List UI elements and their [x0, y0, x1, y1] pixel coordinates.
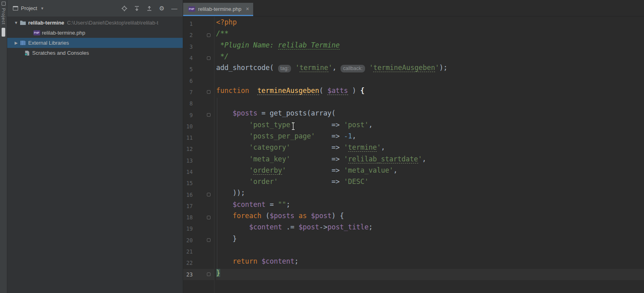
code-token[interactable]: =>	[294, 121, 344, 129]
code-token[interactable]: =	[266, 200, 278, 208]
line-number[interactable]: 12	[183, 146, 193, 152]
line-number-row[interactable]: 20	[183, 235, 214, 246]
tree-row-external-libraries[interactable]: ▶ External Libraries	[7, 38, 183, 48]
code-token[interactable]: '	[418, 155, 422, 163]
code-token[interactable]: }	[216, 235, 237, 243]
settings-icon[interactable]: ⚙	[158, 5, 165, 12]
code-token[interactable]: foreach	[233, 212, 262, 220]
code-token[interactable]: <?php	[216, 18, 237, 26]
code-line[interactable]: 'meta_key' => 'relilab_startdate',	[216, 155, 644, 166]
code-token[interactable]: ,	[381, 143, 385, 151]
code-line[interactable]: $content .= $post->post_title;	[216, 223, 644, 234]
project-panel-title[interactable]: Project	[21, 5, 37, 11]
code-token[interactable]	[216, 143, 249, 151]
code-token[interactable]: ;	[286, 200, 290, 208]
code-token[interactable]: {	[360, 87, 364, 95]
fold-marker-icon[interactable]	[207, 193, 211, 196]
code-token[interactable]: '	[344, 143, 348, 151]
code-token[interactable]: orderby	[253, 166, 282, 175]
code-token[interactable]: as	[299, 212, 307, 220]
code-token[interactable]: $post	[311, 212, 332, 220]
code-line[interactable]: ));	[216, 189, 644, 200]
code-token[interactable]: return	[233, 257, 257, 265]
tab-relilab-termine[interactable]: PHP relilab-termine.php ×	[183, 3, 253, 16]
fold-marker-icon[interactable]	[207, 238, 211, 242]
tree-row-php-file[interactable]: PHP relilab-termine.php	[7, 28, 183, 38]
code-token[interactable]: ->	[319, 223, 327, 231]
code-line[interactable]	[216, 98, 644, 109]
code-token[interactable]	[216, 200, 233, 208]
code-token[interactable]: =>	[278, 177, 344, 186]
line-number-row[interactable]: 3	[183, 41, 214, 52]
tool-window-stripe-button[interactable]	[2, 28, 5, 37]
code-token[interactable]: ;	[369, 223, 373, 231]
code-token[interactable]: 'DESC'	[344, 177, 368, 186]
line-number-row[interactable]: 15	[183, 177, 214, 189]
code-token[interactable]: ));	[216, 189, 245, 197]
code-token[interactable]	[291, 64, 295, 72]
line-number-row[interactable]: 6	[183, 75, 214, 86]
code-token[interactable]: 'post_type'	[249, 121, 295, 129]
code-token[interactable]: ,	[422, 155, 426, 163]
code-line[interactable]: /**	[216, 29, 644, 41]
code-token[interactable]: =>	[290, 143, 344, 151]
chevron-expanded-icon[interactable]: ▼	[13, 21, 19, 25]
code-token[interactable]: relilab_startdate	[348, 155, 418, 163]
code-token[interactable]: function	[216, 87, 249, 95]
code-token[interactable]: $posts	[233, 109, 257, 117]
code-token[interactable]: *Plugin Name:	[216, 41, 278, 49]
code-token[interactable]: '	[435, 64, 439, 72]
code-token[interactable]: 'meta_key'	[249, 155, 290, 163]
code-token[interactable]: termine	[348, 143, 377, 152]
locate-file-icon[interactable]	[121, 5, 128, 12]
fold-marker-icon[interactable]	[207, 272, 211, 276]
line-number[interactable]: 22	[183, 260, 193, 266]
code-token[interactable]: = get_posts(array(	[257, 109, 335, 117]
code-token[interactable]: $content	[262, 257, 295, 265]
line-number-row[interactable]: 18	[183, 212, 214, 223]
line-number[interactable]: 23	[183, 271, 193, 278]
line-number[interactable]: 9	[183, 112, 193, 118]
code-token[interactable]: relilab Termine	[278, 41, 340, 50]
code-token[interactable]: '	[249, 166, 253, 174]
line-number[interactable]: 13	[183, 157, 193, 164]
code-token[interactable]: 'category'	[249, 143, 290, 151]
code-line[interactable]: add_shortcode( tag: 'termine', callback:…	[216, 64, 644, 75]
code-token[interactable]: post_title	[327, 223, 368, 231]
code-token[interactable]	[307, 212, 311, 220]
code-line[interactable]: 'order' => 'DESC'	[216, 177, 644, 189]
line-number[interactable]: 18	[183, 214, 193, 221]
code-token[interactable]: }	[216, 269, 220, 277]
code-token[interactable]	[216, 121, 249, 129]
chevron-collapsed-icon[interactable]: ▶	[13, 41, 19, 45]
line-number-row[interactable]: 16	[183, 189, 214, 200]
project-stripe-button[interactable]: Project	[1, 8, 6, 25]
code-token[interactable]: 'order'	[249, 177, 278, 186]
code-line[interactable]	[216, 246, 644, 257]
code-token[interactable]	[295, 212, 299, 220]
code-token[interactable]: '	[295, 64, 299, 72]
code-token[interactable]: termineAusgeben	[257, 87, 319, 95]
code-token[interactable]: 'post'	[344, 121, 368, 129]
code-token[interactable]: termineAusgeben	[373, 64, 435, 72]
code-token[interactable]: (	[262, 212, 270, 220]
code-line[interactable]: }	[216, 269, 644, 280]
code-line[interactable]: 'category' => 'termine',	[216, 143, 644, 155]
window-menu-icon[interactable]	[2, 2, 6, 6]
line-number-row[interactable]: 1	[183, 18, 214, 29]
line-number[interactable]: 3	[183, 43, 193, 50]
chevron-down-icon[interactable]: ▼	[40, 6, 44, 10]
code-line[interactable]: */	[216, 52, 644, 64]
hide-panel-icon[interactable]: —	[171, 5, 178, 12]
code-token[interactable]	[216, 166, 249, 174]
code-token[interactable]	[216, 212, 233, 220]
line-number[interactable]: 15	[183, 180, 193, 186]
code-token[interactable]: );	[439, 64, 447, 72]
line-number-row[interactable]: 2	[183, 29, 214, 41]
line-number-row[interactable]: 17	[183, 200, 214, 212]
code-line[interactable]: $content = "";	[216, 200, 644, 212]
line-number[interactable]: 8	[183, 100, 193, 107]
line-number-row[interactable]: 13	[183, 155, 214, 166]
tree-row-project-root[interactable]: ▼ relilab-termine C:\Users\Daniel\Deskto…	[7, 18, 183, 28]
code-line[interactable]: 'posts_per_page' => -1,	[216, 132, 644, 143]
